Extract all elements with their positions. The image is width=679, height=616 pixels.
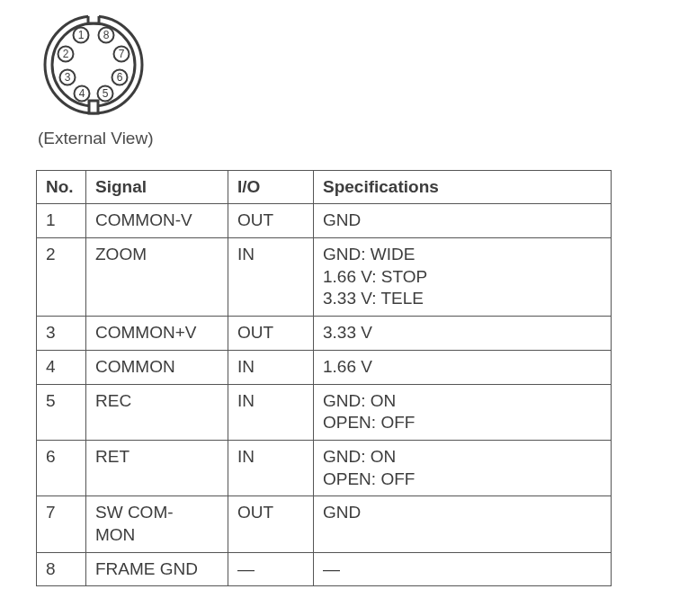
cell-io: IN	[228, 440, 314, 495]
cell-io: IN	[228, 350, 314, 384]
col-io: I/O	[228, 170, 314, 204]
pin-8-label: 8	[103, 29, 110, 41]
svg-point-1	[52, 23, 135, 106]
col-signal: Signal	[86, 170, 228, 204]
cell-io: OUT	[228, 496, 314, 552]
cell-signal: COMMON	[86, 350, 228, 384]
svg-point-0	[45, 16, 142, 113]
pinout-table: No. Signal I/O Specifications 1COMMON-VO…	[36, 170, 612, 587]
cell-signal: FRAME GND	[86, 552, 228, 586]
pin-7-label: 7	[119, 48, 125, 60]
table-row: 5RECINGND: ONOPEN: OFF	[37, 384, 612, 440]
table-row: 2ZOOMINGND: WIDE1.66 V: STOP3.33 V: TELE	[37, 238, 612, 317]
connector-diagram: 1 8 2 7 3	[40, 11, 643, 119]
pin-7: 7	[114, 47, 130, 62]
table-row: 4COMMONIN1.66 V	[37, 350, 612, 384]
cell-signal: REC	[86, 384, 228, 440]
cell-no: 8	[37, 552, 86, 586]
cell-no: 7	[37, 496, 86, 552]
table-row: 7SW COM-MONOUTGND	[37, 496, 612, 552]
connector-caption: (External View)	[38, 128, 643, 150]
cell-signal: SW COM-MON	[86, 496, 228, 552]
table-row: 1COMMON-VOUTGND	[37, 204, 612, 238]
col-spec: Specifications	[314, 170, 612, 204]
pin-3-label: 3	[65, 71, 71, 84]
pin-2-label: 2	[63, 48, 69, 60]
cell-signal: COMMON-V	[86, 204, 228, 238]
pin-4: 4	[75, 86, 90, 102]
cell-no: 3	[37, 317, 86, 351]
table-row: 8FRAME GND——	[37, 552, 612, 586]
pin-5-label: 5	[103, 87, 109, 100]
pin-8: 8	[99, 28, 114, 43]
col-no: No.	[37, 170, 86, 204]
cell-io: OUT	[228, 204, 314, 238]
svg-rect-3	[89, 101, 98, 113]
cell-signal: RET	[86, 440, 228, 495]
cell-io: IN	[228, 238, 314, 317]
cell-spec: GND	[314, 496, 612, 552]
cell-no: 1	[37, 204, 86, 238]
pin-6-label: 6	[117, 71, 123, 84]
cell-spec: GND: ONOPEN: OFF	[314, 440, 612, 495]
cell-no: 2	[37, 238, 86, 317]
cell-io: —	[228, 552, 314, 586]
cell-io: OUT	[228, 317, 314, 351]
pin-6: 6	[112, 70, 128, 85]
cell-spec: —	[314, 552, 612, 586]
pin-1-label: 1	[78, 29, 85, 41]
pin-5: 5	[98, 86, 113, 102]
cell-io: IN	[228, 384, 314, 440]
cell-no: 6	[37, 440, 86, 495]
table-header-row: No. Signal I/O Specifications	[37, 170, 612, 204]
pin-3: 3	[60, 70, 76, 85]
pin-1: 1	[74, 28, 89, 43]
cell-no: 4	[37, 350, 86, 384]
cell-signal: COMMON+V	[86, 317, 228, 351]
pin-4-label: 4	[79, 87, 85, 100]
cell-spec: 1.66 V	[314, 350, 612, 384]
cell-spec: GND: WIDE1.66 V: STOP3.33 V: TELE	[314, 238, 612, 317]
cell-no: 5	[37, 384, 86, 440]
cell-spec: GND: ONOPEN: OFF	[314, 384, 612, 440]
connector-icon: 1 8 2 7 3	[40, 11, 147, 119]
pin-2: 2	[58, 47, 74, 62]
cell-spec: 3.33 V	[314, 317, 612, 351]
table-row: 6RETINGND: ONOPEN: OFF	[37, 440, 612, 495]
table-row: 3COMMON+VOUT3.33 V	[37, 317, 612, 351]
cell-signal: ZOOM	[86, 238, 228, 317]
cell-spec: GND	[314, 204, 612, 238]
